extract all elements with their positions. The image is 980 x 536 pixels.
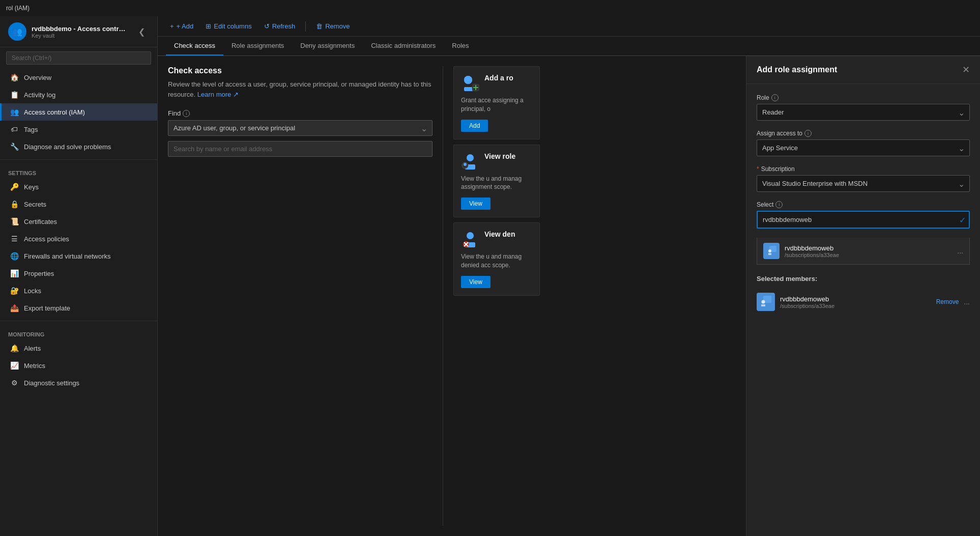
card-view-role: View role View the u and manag assignmen…	[453, 145, 540, 218]
metrics-icon: 📈	[10, 361, 19, 370]
card-view-role-icon	[461, 152, 479, 171]
sidebar-item-access-policies[interactable]: ☰ Access policies	[0, 230, 157, 247]
svg-point-24	[762, 300, 765, 304]
search-result-item[interactable]: rvdbbbdemoweb /subscriptions/a33eae ...	[757, 238, 970, 265]
title-bar: rol (IAM)	[0, 0, 980, 16]
card-view-deny-header: View den	[461, 230, 532, 248]
find-select[interactable]: Azure AD user, group, or service princip…	[168, 120, 433, 136]
sidebar-resource-type: Key vault	[32, 33, 129, 39]
check-access-panel: Check access Review the level of access …	[168, 66, 433, 526]
tab-classic-admins[interactable]: Classic administrators	[363, 37, 444, 55]
sidebar-item-label-tags: Tags	[24, 126, 38, 133]
diagnose-icon: 🔧	[10, 142, 19, 151]
sidebar-item-label-access-control: Access control (IAM)	[24, 108, 85, 116]
sidebar-item-metrics[interactable]: 📈 Metrics	[0, 357, 157, 374]
card-add-button[interactable]: Add	[461, 120, 488, 132]
panel-title: Add role assignment	[757, 65, 837, 74]
card-view-deny-button[interactable]: View	[461, 276, 491, 288]
assign-access-select[interactable]: App Service User Group Service Principal	[757, 139, 970, 156]
tags-icon: 🏷	[10, 125, 19, 134]
tab-deny-assignments[interactable]: Deny assignments	[292, 37, 363, 55]
member-name: rvdbbbdemoweb	[780, 295, 931, 303]
sidebar-item-firewalls[interactable]: 🌐 Firewalls and virtual networks	[0, 247, 157, 265]
locks-icon: 🔐	[10, 286, 19, 295]
sidebar-item-activity-log[interactable]: 📋 Activity log	[0, 86, 157, 103]
sidebar-item-label-diagnostic: Diagnostic settings	[24, 379, 79, 387]
close-icon: ✕	[962, 65, 970, 75]
refresh-icon: ↺	[264, 22, 270, 30]
result-more-icon: ...	[957, 247, 963, 255]
sidebar-item-alerts[interactable]: 🔔 Alerts	[0, 340, 157, 357]
search-input-wrapper	[168, 141, 433, 157]
member-remove-button[interactable]: Remove	[936, 298, 959, 305]
input-check-icon: ✓	[959, 215, 966, 224]
check-access-description: Review the level of access a user, group…	[168, 79, 433, 99]
panel-header: Add role assignment ✕	[746, 56, 980, 84]
svg-rect-21	[768, 253, 771, 255]
role-select[interactable]: Reader Owner Contributor	[757, 104, 970, 121]
sidebar: 👥 rvdbbbdemo - Access control (IAM) Key …	[0, 16, 158, 536]
sidebar-item-overview[interactable]: 🏠 Overview	[0, 69, 157, 86]
sidebar-item-certificates[interactable]: 📜 Certificates	[0, 213, 157, 230]
card-view-deny-text: View the u and manag denied acc scope.	[461, 252, 532, 270]
settings-section-label: Settings	[0, 164, 157, 178]
card-add-role-header: Add a ro	[461, 74, 532, 92]
member-sub: /subscriptions/a33eae	[780, 303, 931, 309]
remove-button[interactable]: 🗑 Remove	[312, 20, 354, 32]
check-access-area: Check access Review the level of access …	[158, 56, 746, 536]
add-button[interactable]: + + Add	[166, 20, 197, 32]
subscription-select[interactable]: Visual Studio Enterprise with MSDN	[757, 175, 970, 192]
sidebar-item-locks[interactable]: 🔐 Locks	[0, 282, 157, 299]
sidebar-item-label-metrics: Metrics	[24, 362, 45, 370]
sidebar-search-input[interactable]	[6, 51, 151, 65]
remove-icon: 🗑	[316, 22, 323, 30]
sidebar-collapse-button[interactable]: ❮	[134, 25, 149, 39]
card-view-role-title: View role	[484, 152, 515, 160]
subscription-label: * Subscription	[757, 165, 970, 173]
result-icon	[763, 243, 780, 259]
sidebar-item-secrets[interactable]: 🔒 Secrets	[0, 195, 157, 213]
search-name-input[interactable]	[168, 141, 433, 157]
learn-more-link[interactable]: Learn more ↗	[197, 91, 239, 98]
svg-point-12	[464, 163, 467, 166]
tab-role-assignments[interactable]: Role assignments	[223, 37, 292, 55]
properties-icon: 📊	[10, 269, 19, 278]
member-icon	[757, 293, 775, 311]
certificates-icon: 📜	[10, 217, 19, 226]
sidebar-item-label-locks: Locks	[24, 287, 41, 295]
tab-check-access[interactable]: Check access	[166, 37, 223, 55]
card-view-role-header: View role	[461, 152, 532, 171]
svg-point-13	[467, 232, 474, 239]
sidebar-item-access-control[interactable]: 👥 Access control (IAM)	[0, 103, 157, 121]
cards-area: Add a ro Grant acce assigning a principa…	[453, 66, 540, 526]
card-add-role-icon	[461, 74, 479, 92]
sidebar-item-label-firewalls: Firewalls and virtual networks	[24, 252, 111, 260]
select-search-input[interactable]	[757, 211, 970, 229]
toolbar: + + Add ⊞ Edit columns ↺ Refresh 🗑 Remov…	[158, 16, 980, 37]
diagnostic-icon: ⚙	[10, 378, 19, 387]
card-view-role-text: View the u and manag assignment scope.	[461, 175, 532, 192]
sidebar-item-label-certificates: Certificates	[24, 218, 57, 225]
select-field-label: Select i	[757, 201, 970, 208]
assign-access-label: Assign access to i	[757, 130, 970, 137]
select-input-wrapper: ✓	[757, 211, 970, 229]
keys-icon: 🔑	[10, 182, 19, 191]
sidebar-item-export-template[interactable]: 📤 Export template	[0, 299, 157, 317]
card-add-role-title: Add a ro	[484, 74, 513, 82]
sidebar-item-diagnose[interactable]: 🔧 Diagnose and solve problems	[0, 138, 157, 155]
sidebar-item-diagnostic[interactable]: ⚙ Diagnostic settings	[0, 374, 157, 391]
access-policies-icon: ☰	[10, 234, 19, 243]
monitoring-section-label: Monitoring	[0, 325, 157, 340]
panel-close-button[interactable]: ✕	[962, 64, 970, 75]
sidebar-item-keys[interactable]: 🔑 Keys	[0, 178, 157, 195]
sidebar-item-tags[interactable]: 🏷 Tags	[0, 121, 157, 138]
edit-columns-button[interactable]: ⊞ Edit columns	[201, 20, 255, 32]
sidebar-header: 👥 rvdbbbdemo - Access control (IAM) Key …	[0, 16, 157, 47]
sidebar-search-wrapper	[0, 47, 157, 69]
refresh-button[interactable]: ↺ Refresh	[260, 20, 300, 32]
find-select-wrapper: Azure AD user, group, or service princip…	[168, 120, 433, 136]
subscription-field-group: * Subscription Visual Studio Enterprise …	[757, 165, 970, 192]
card-view-role-button[interactable]: View	[461, 198, 491, 210]
sidebar-item-properties[interactable]: 📊 Properties	[0, 265, 157, 282]
tab-roles[interactable]: Roles	[444, 37, 477, 55]
